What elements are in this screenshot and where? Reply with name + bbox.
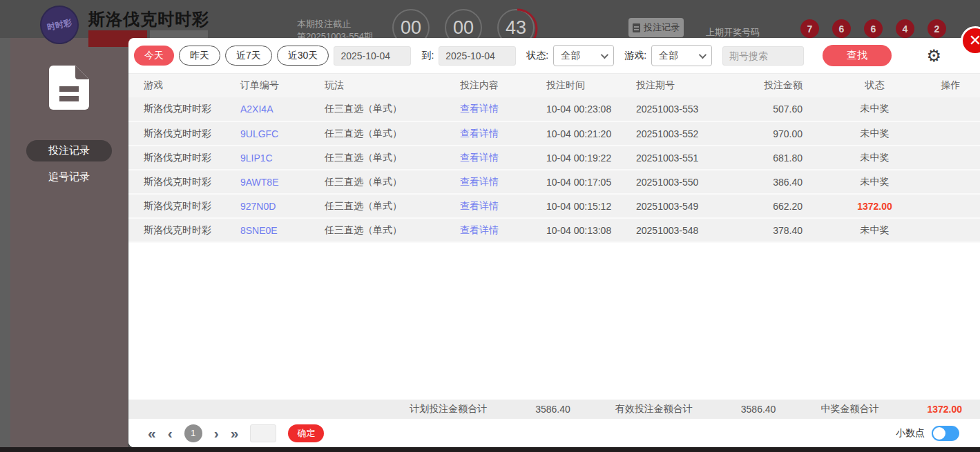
order-number-link[interactable]: 9AWT8E (225, 170, 309, 194)
cell-bet-issue: 20251003-552 (621, 121, 749, 146)
plan-total-label: 计划投注金额合计 (410, 403, 487, 415)
cell-game: 斯洛伐克时时彩 (128, 170, 225, 194)
cell-play-type: 任三直选（单式） (309, 194, 445, 218)
prev-page-icon[interactable]: ‹ (168, 426, 173, 440)
cell-status: 未中奖 (828, 97, 921, 121)
quick-filter-yesterday[interactable]: 昨天 (179, 46, 220, 66)
table-header-row: 游戏 订单编号 玩法 投注内容 投注时间 投注期号 投注金额 状态 操作 (128, 74, 980, 97)
next-page-icon[interactable]: › (214, 426, 219, 440)
cell-bet-issue: 20251003-551 (621, 146, 749, 170)
cell-play-type: 任三直选（单式） (309, 121, 445, 146)
page-left-edge (0, 38, 10, 447)
chevron-down-icon (601, 50, 608, 58)
view-details-link[interactable]: 查看详情 (445, 146, 531, 170)
table-row: 斯洛伐克时时彩 9LIP1C 任三直选（单式） 查看详情 10-04 00:19… (128, 146, 980, 170)
cell-play-type: 任三直选（单式） (309, 170, 445, 194)
view-details-link[interactable]: 查看详情 (445, 194, 531, 218)
cell-bet-time: 10-04 00:21:20 (531, 121, 621, 146)
game-label: 游戏: (624, 50, 646, 62)
valid-total-label: 有效投注金额合计 (615, 403, 693, 415)
quick-filter-today[interactable]: 今天 (134, 46, 174, 66)
cell-bet-amount: 378.40 (749, 218, 828, 242)
cell-bet-issue: 20251003-549 (621, 194, 749, 218)
last-draw-numbers: 7 6 6 4 2 (800, 19, 946, 38)
cell-bet-time: 10-04 00:23:08 (531, 97, 621, 121)
last-draw-label: 上期开奖号码 (706, 26, 760, 39)
win-total-label: 中奖金额合计 (820, 403, 878, 415)
col-action: 操作 (921, 74, 980, 97)
order-number-link[interactable]: 927N0D (225, 194, 309, 218)
document-page-icon (49, 66, 89, 110)
draw-ball: 2 (928, 19, 946, 38)
status-label: 状态: (526, 50, 548, 62)
gear-icon[interactable]: ⚙ (926, 48, 941, 64)
date-from-input[interactable] (334, 46, 411, 66)
col-issue: 投注期号 (621, 74, 749, 97)
first-page-icon[interactable]: « (148, 426, 156, 440)
cell-action (921, 146, 980, 170)
search-button[interactable]: 查找 (823, 45, 892, 66)
bet-records-button-label: 投注记录 (644, 21, 680, 34)
date-to-input[interactable] (439, 46, 516, 66)
cell-bet-issue: 20251003-548 (621, 218, 749, 242)
cell-game: 斯洛伐克时时彩 (128, 121, 225, 146)
last-page-icon[interactable]: » (231, 426, 239, 440)
decimal-toggle-group: 小数点 (896, 426, 959, 441)
page-confirm-button[interactable]: 确定 (288, 424, 324, 442)
filter-bar: 今天 昨天 近7天 近30天 到: 状态: 全部 游戏: 全部 查找 ⚙ (128, 38, 980, 74)
decimal-toggle[interactable] (932, 426, 959, 441)
cell-bet-time: 10-04 00:13:08 (531, 218, 621, 242)
cell-bet-amount: 970.00 (749, 121, 828, 146)
quick-filter-7days[interactable]: 近7天 (225, 46, 272, 66)
col-game: 游戏 (128, 74, 225, 97)
status-select[interactable]: 全部 (553, 45, 614, 66)
table-row: 斯洛伐克时时彩 927N0D 任三直选（单式） 查看详情 10-04 00:15… (128, 194, 980, 218)
cell-action (921, 97, 980, 121)
order-number-link[interactable]: A2XI4A (225, 97, 309, 121)
chevron-down-icon (699, 50, 707, 58)
cell-bet-time: 10-04 00:15:12 (531, 194, 621, 218)
page-bottom-strip (0, 447, 980, 452)
issue-search-input[interactable] (722, 46, 804, 66)
decimal-label: 小数点 (896, 427, 925, 440)
view-details-link[interactable]: 查看详情 (445, 121, 531, 146)
col-content: 投注内容 (445, 74, 531, 97)
game-select[interactable]: 全部 (651, 45, 712, 66)
sidebar-item-bet-records[interactable]: 投注记录 (26, 140, 112, 161)
quick-filter-30days[interactable]: 近30天 (277, 46, 329, 66)
game-select-value: 全部 (659, 50, 678, 62)
cell-status: 未中奖 (828, 170, 921, 194)
view-details-link[interactable]: 查看详情 (445, 170, 531, 194)
cell-bet-amount: 681.80 (749, 146, 828, 170)
cell-status: 未中奖 (828, 146, 921, 170)
cell-bet-amount: 662.20 (749, 194, 828, 218)
table-row: 斯洛伐克时时彩 9ULGFC 任三直选（单式） 查看详情 10-04 00:21… (128, 121, 980, 146)
cell-bet-time: 10-04 00:19:22 (531, 146, 621, 170)
cell-action (921, 121, 980, 146)
cell-play-type: 任三直选（单式） (309, 97, 445, 121)
page-number-input[interactable] (250, 424, 276, 442)
deadline-label: 本期投注截止 (297, 18, 373, 30)
cell-play-type: 任三直选（单式） (309, 146, 445, 170)
bet-records-button[interactable]: 投注记录 (628, 18, 684, 37)
sidebar-item-chase-records[interactable]: 追号记录 (48, 170, 90, 184)
cell-status: 1372.00 (828, 194, 921, 218)
cell-game: 斯洛伐克时时彩 (128, 146, 225, 170)
cell-bet-issue: 20251003-550 (621, 170, 749, 194)
order-number-link[interactable]: 9ULGFC (225, 121, 309, 146)
bet-records-table: 游戏 订单编号 玩法 投注内容 投注时间 投注期号 投注金额 状态 操作 斯洛伐… (128, 74, 980, 243)
order-number-link[interactable]: 9LIP1C (225, 146, 309, 170)
page-title: 斯洛伐克时时彩 (88, 8, 209, 30)
cell-bet-amount: 386.40 (749, 170, 828, 194)
order-number-link[interactable]: 8SNE0E (225, 218, 309, 242)
cell-play-type: 任三直选（单式） (309, 218, 445, 242)
cell-game: 斯洛伐克时时彩 (128, 218, 225, 242)
col-status: 状态 (828, 74, 921, 97)
cell-bet-amount: 507.60 (749, 97, 828, 121)
view-details-link[interactable]: 查看详情 (445, 97, 531, 121)
plan-total-value: 3586.40 (535, 404, 570, 415)
view-details-link[interactable]: 查看详情 (445, 218, 531, 242)
cell-bet-issue: 20251003-553 (621, 97, 749, 121)
cell-action (921, 218, 980, 242)
current-page-badge: 1 (184, 424, 202, 442)
